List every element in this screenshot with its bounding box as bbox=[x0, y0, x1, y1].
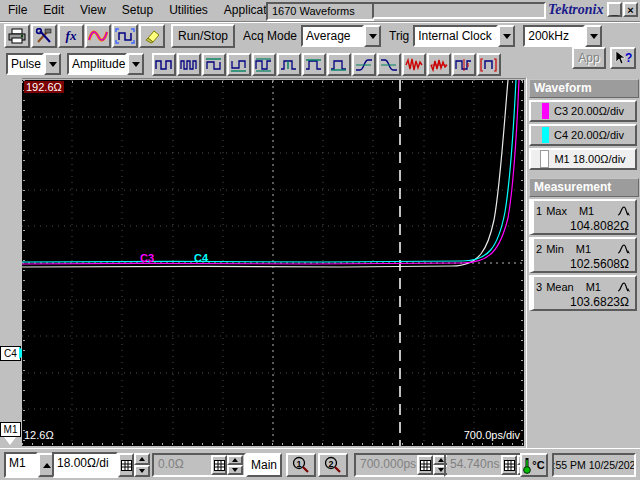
meas-pulse-timing-button[interactable] bbox=[452, 53, 476, 76]
meas-pos-width-button[interactable] bbox=[202, 53, 226, 76]
waveform-c4-button[interactable]: C4 20.00Ω/div bbox=[529, 124, 637, 146]
pulse-glyph-icon bbox=[617, 243, 631, 255]
waveform-display bbox=[22, 80, 524, 446]
positive-width-icon bbox=[205, 57, 223, 72]
menu-file[interactable]: File bbox=[0, 1, 35, 20]
menu-view[interactable]: View bbox=[72, 1, 114, 20]
spin-up-button[interactable] bbox=[134, 453, 150, 465]
meas-category-dropdown-button[interactable] bbox=[44, 53, 61, 75]
meas-rise-time-button[interactable] bbox=[352, 53, 376, 76]
trig-source-dropdown-button[interactable] bbox=[498, 25, 515, 47]
amplitude-icon bbox=[280, 57, 298, 72]
spin-down-button[interactable] bbox=[227, 465, 243, 475]
c4-color-swatch bbox=[542, 127, 549, 143]
meas-type-value: Amplitude bbox=[67, 53, 127, 75]
spin-down-button[interactable] bbox=[134, 465, 150, 477]
time-position-field: 54.740ns bbox=[447, 455, 501, 475]
chevron-up-icon bbox=[139, 457, 145, 461]
rise-time-icon bbox=[355, 57, 373, 72]
spin-up-button[interactable] bbox=[227, 455, 243, 465]
temperature-button[interactable]: °C bbox=[520, 453, 548, 477]
waveform-c3-button[interactable]: C3 20.00Ω/div bbox=[529, 100, 637, 122]
vertical-scale-spinner bbox=[134, 453, 150, 477]
trig-freq-dropdown-button[interactable] bbox=[585, 25, 602, 47]
meas-category-select[interactable]: Pulse bbox=[6, 53, 61, 75]
meas-frequency-button[interactable] bbox=[177, 53, 201, 76]
c3-trace-label: C3 bbox=[140, 252, 154, 264]
meas-amplitude-button[interactable] bbox=[277, 53, 301, 76]
measurement-item-max[interactable]: 1 Max M1 104.8082Ω bbox=[529, 199, 637, 235]
meas-neg-width-button[interactable] bbox=[227, 53, 251, 76]
trig-label: Trig bbox=[389, 29, 409, 43]
measurement-item-mean[interactable]: 3 Mean M1 103.6823Ω bbox=[529, 275, 637, 311]
svg-text:1: 1 bbox=[297, 459, 302, 469]
tektronix-logo: Tektronix bbox=[548, 2, 604, 18]
vertical-scale-field[interactable]: 18.00Ω/di bbox=[52, 452, 118, 478]
clear-data-button[interactable] bbox=[139, 24, 165, 48]
graticule[interactable]: 192.6Ω 12.6Ω 700.0ps/div C3 C4 bbox=[22, 80, 524, 446]
meas-name: Min bbox=[546, 243, 564, 255]
waveform-select-value: M1 bbox=[4, 452, 38, 478]
select-waveform-button[interactable] bbox=[112, 24, 138, 48]
meas-gated-pulse-button[interactable] bbox=[477, 53, 501, 76]
keypad-icon bbox=[420, 460, 431, 471]
eraser-icon bbox=[143, 28, 161, 44]
m1-position-marker[interactable]: M1 bbox=[0, 422, 21, 437]
magnifier-1-icon: 1 bbox=[292, 456, 310, 474]
meas-fall-time-button[interactable] bbox=[377, 53, 401, 76]
top-scale-label: 192.6Ω bbox=[24, 81, 64, 93]
chevron-down-icon bbox=[232, 468, 238, 472]
bottom-control-bar: M1 18.00Ω/di 0.0Ω Main bbox=[0, 448, 640, 480]
meas-type-dropdown-button[interactable] bbox=[127, 53, 144, 75]
acq-mode-dropdown-button[interactable] bbox=[364, 25, 381, 47]
keypad-button[interactable] bbox=[501, 455, 517, 475]
trig-freq-select[interactable]: 200kHz bbox=[523, 25, 602, 47]
define-math-button[interactable]: fx bbox=[58, 24, 84, 48]
waveform-m1-button[interactable]: M1 18.00Ω/div bbox=[529, 148, 637, 170]
hammer-wrench-icon bbox=[35, 28, 53, 44]
fall-time-icon bbox=[380, 57, 398, 72]
acq-mode-select[interactable]: Average bbox=[301, 25, 381, 47]
waveform-database-button[interactable] bbox=[85, 24, 111, 48]
meas-duty-cycle-button[interactable] bbox=[252, 53, 276, 76]
menu-setup[interactable]: Setup bbox=[114, 1, 161, 20]
thermometer-icon bbox=[523, 456, 531, 474]
mag2-zoom-button[interactable]: 2 bbox=[318, 453, 348, 477]
meas-index: 2 bbox=[536, 243, 542, 255]
keypad-button[interactable] bbox=[211, 455, 227, 475]
keypad-button[interactable] bbox=[118, 453, 134, 477]
pulse-brackets-icon bbox=[115, 28, 135, 44]
meas-type-select[interactable]: Amplitude bbox=[67, 53, 144, 75]
trig-freq-value: 200kHz bbox=[523, 25, 585, 47]
meas-period-button[interactable] bbox=[152, 53, 176, 76]
run-stop-button[interactable]: Run/Stop bbox=[171, 24, 235, 48]
pulse-glyph-icon bbox=[617, 281, 631, 293]
m1-marker-arrow-icon bbox=[4, 437, 16, 445]
meas-category-value: Pulse bbox=[6, 53, 44, 75]
waveform-select[interactable]: M1 bbox=[4, 453, 56, 477]
meas-index: 3 bbox=[536, 281, 542, 293]
duty-cycle-icon bbox=[255, 57, 273, 72]
pulse-glyph-icon bbox=[617, 205, 631, 217]
menu-edit[interactable]: Edit bbox=[35, 1, 72, 20]
menu-utilities[interactable]: Utilities bbox=[161, 1, 216, 20]
minimize-button[interactable]: _ bbox=[607, 2, 622, 17]
trig-source-select[interactable]: Internal Clock bbox=[413, 25, 515, 47]
c3-color-swatch bbox=[542, 103, 549, 119]
meas-source: M1 bbox=[579, 205, 594, 217]
meas-pos-noise-button[interactable] bbox=[402, 53, 426, 76]
main-timebase-button[interactable]: Main bbox=[246, 453, 282, 477]
vertical-offset-spinner bbox=[227, 455, 243, 475]
c4-trace bbox=[22, 80, 516, 262]
meas-low-button[interactable] bbox=[327, 53, 351, 76]
tools-button[interactable] bbox=[31, 24, 57, 48]
print-button[interactable] bbox=[4, 24, 30, 48]
measurement-item-min[interactable]: 2 Min M1 102.5608Ω bbox=[529, 237, 637, 273]
keypad-button[interactable] bbox=[417, 455, 433, 475]
c4-position-marker[interactable]: C4 bbox=[0, 346, 21, 361]
meas-neg-noise-button[interactable] bbox=[427, 53, 451, 76]
close-button[interactable]: × bbox=[623, 2, 638, 17]
mag1-zoom-button[interactable]: 1 bbox=[286, 453, 316, 477]
c4-trace-label: C4 bbox=[194, 252, 208, 264]
meas-high-button[interactable] bbox=[302, 53, 326, 76]
